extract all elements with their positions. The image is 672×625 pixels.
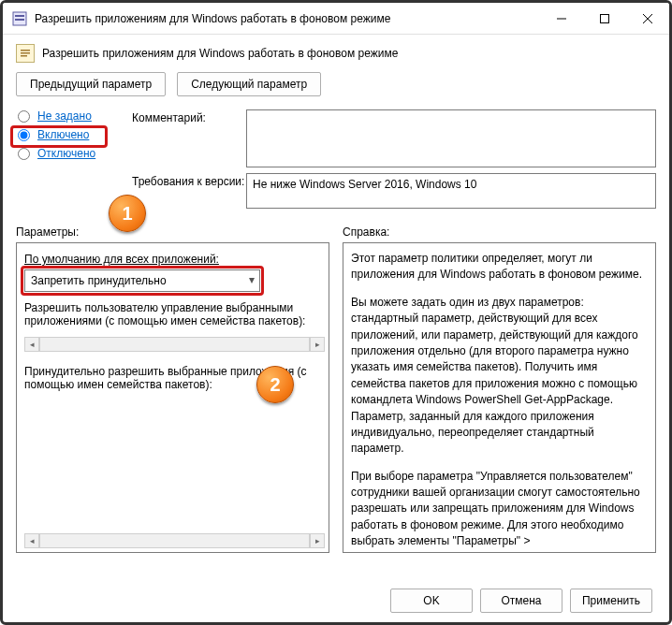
svg-rect-4 [601, 14, 609, 22]
policy-icon [16, 44, 35, 63]
options-title: Параметры: [16, 225, 329, 239]
titlebar: Разрешить приложениям для Windows работа… [3, 3, 669, 35]
help-p2: Вы можете задать один из двух параметров… [351, 295, 648, 458]
radio-disabled-label[interactable]: Отключено [37, 147, 95, 160]
comment-input[interactable] [246, 109, 656, 167]
meta-column: Комментарий: Требования к версии: Не ниж… [132, 109, 656, 214]
radio-not-configured[interactable]: Не задано [16, 109, 119, 123]
svg-rect-9 [21, 52, 30, 54]
radio-not-configured-label[interactable]: Не задано [37, 109, 92, 123]
minimize-button[interactable] [540, 3, 583, 34]
svg-rect-10 [21, 55, 27, 57]
svg-rect-8 [21, 50, 30, 51]
options-hscroll-bottom[interactable]: ◂▸ [24, 533, 325, 548]
radio-enabled-label[interactable]: Включено [37, 128, 89, 141]
ok-button[interactable]: OK [390, 589, 473, 613]
nav-buttons: Предыдущий параметр Следующий параметр [16, 72, 656, 96]
window-title: Разрешить приложениям для Windows работа… [35, 12, 540, 25]
maximize-button[interactable] [583, 3, 626, 34]
lower-split: Параметры: По умолчанию для всех приложе… [16, 225, 656, 553]
default-apps-label: По умолчанию для всех приложений: [24, 253, 325, 266]
default-apps-select[interactable]: Запретить принудительно [24, 269, 260, 292]
help-column: Справка: Этот параметр политики определя… [343, 225, 656, 553]
window-controls [540, 3, 669, 34]
help-p1: Этот параметр политики определяет, могут… [351, 251, 648, 283]
comment-label: Комментарий: [132, 109, 246, 167]
comment-row: Комментарий: [132, 109, 656, 167]
dialog-footer: OK Отмена Применить [390, 589, 652, 613]
default-apps-select-wrap: Запретить принудительно ▾ [24, 269, 260, 292]
policy-title: Разрешить приложениям для Windows работа… [42, 47, 398, 60]
dialog-window: Разрешить приложениям для Windows работа… [0, 0, 672, 625]
config-top: Не задано Включено Отключено Комментарий… [16, 109, 656, 214]
app-icon [12, 11, 27, 26]
radio-enabled-input[interactable] [18, 129, 30, 141]
version-label: Требования к версии: [132, 173, 246, 209]
version-row: Требования к версии: Не ниже Windows Ser… [132, 173, 656, 209]
help-box[interactable]: Этот параметр политики определяет, могут… [343, 242, 656, 553]
close-button[interactable] [626, 3, 669, 34]
policy-header: Разрешить приложениям для Windows работа… [16, 44, 656, 63]
allow-user-control-label: Разрешить пользователю управление выбран… [24, 301, 321, 327]
prev-setting-button[interactable]: Предыдущий параметр [16, 72, 166, 96]
version-text: Не ниже Windows Server 2016, Windows 10 [246, 173, 656, 209]
callout-bubble-1: 1 [109, 195, 146, 232]
apply-button[interactable]: Применить [570, 589, 652, 613]
callout-bubble-2: 2 [256, 366, 294, 403]
radio-not-configured-input[interactable] [18, 110, 30, 123]
options-hscroll-1[interactable]: ◂▸ [24, 337, 325, 352]
radio-disabled-input[interactable] [18, 148, 30, 160]
dialog-body: Разрешить приложениям для Windows работа… [3, 35, 669, 553]
help-text: Этот параметр политики определяет, могут… [351, 251, 648, 553]
radio-disabled[interactable]: Отключено [16, 147, 119, 160]
svg-rect-1 [15, 15, 24, 17]
radio-enabled[interactable]: Включено [16, 128, 119, 141]
state-radios: Не задано Включено Отключено [16, 109, 119, 214]
cancel-button[interactable]: Отмена [480, 589, 562, 613]
help-title: Справка: [343, 225, 656, 239]
svg-rect-2 [15, 19, 24, 21]
help-p3: При выборе параметра "Управляется пользо… [351, 469, 648, 553]
next-setting-button[interactable]: Следующий параметр [177, 72, 321, 96]
